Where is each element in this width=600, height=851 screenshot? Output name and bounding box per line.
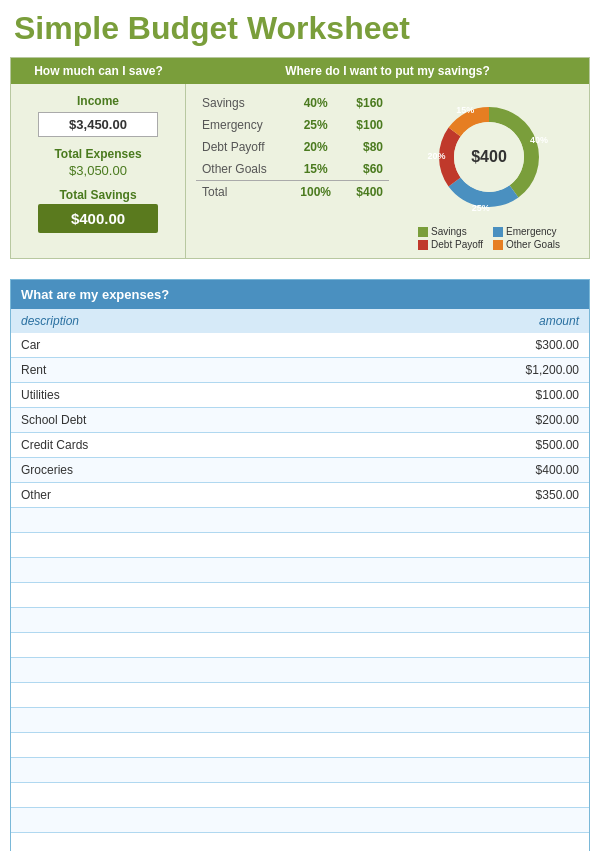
expense-amount: $500.00 <box>536 438 579 452</box>
savings-row-amount: $400 <box>342 181 389 204</box>
legend-label: Emergency <box>506 226 557 237</box>
expense-description: Utilities <box>21 388 60 402</box>
donut-label-savings: 40% <box>530 135 548 145</box>
expense-row-empty <box>11 683 589 708</box>
expense-amount: $100.00 <box>536 388 579 402</box>
expense-row: Car $300.00 <box>11 333 589 358</box>
donut-label-emergency: 25% <box>472 203 490 213</box>
expense-amount: $350.00 <box>536 488 579 502</box>
expenses-col-headers: description amount <box>11 309 589 333</box>
right-panel: Savings 40% $160 Emergency 25% $100 Debt… <box>186 84 589 258</box>
expense-row-empty <box>11 533 589 558</box>
col-description: description <box>21 314 79 328</box>
expense-description: Credit Cards <box>21 438 88 452</box>
legend-item-emergency: Emergency <box>493 226 560 237</box>
savings-allocation-table: Savings 40% $160 Emergency 25% $100 Debt… <box>196 92 389 203</box>
top-header-row: How much can I save? Where do I want to … <box>11 58 589 84</box>
savings-row: Savings 40% $160 <box>196 92 389 114</box>
donut-label-other-goals: 15% <box>456 105 474 115</box>
savings-row-name: Other Goals <box>196 158 290 181</box>
expense-amount: $200.00 <box>536 413 579 427</box>
savings-row-name: Emergency <box>196 114 290 136</box>
total-expenses-value: $3,050.00 <box>69 163 127 178</box>
page-title: Simple Budget Worksheet <box>10 10 590 47</box>
expense-description: School Debt <box>21 413 86 427</box>
savings-row-pct: 40% <box>290 92 342 114</box>
income-label: Income <box>77 94 119 108</box>
legend-color <box>493 227 503 237</box>
income-input[interactable] <box>38 112 158 137</box>
savings-row-name: Savings <box>196 92 290 114</box>
savings-row-pct: 25% <box>290 114 342 136</box>
expense-row-empty <box>11 658 589 683</box>
expense-row-empty <box>11 633 589 658</box>
expense-row: Groceries $400.00 <box>11 458 589 483</box>
legend-label: Debt Payoff <box>431 239 483 250</box>
expense-row-empty <box>11 733 589 758</box>
legend-color <box>493 240 503 250</box>
top-section: How much can I save? Where do I want to … <box>10 57 590 259</box>
expense-rows-container: Car $300.00 Rent $1,200.00 Utilities $10… <box>11 333 589 851</box>
donut-center-label: $400 <box>471 148 507 166</box>
header-left: How much can I save? <box>11 58 186 84</box>
expenses-section: What are my expenses? description amount… <box>10 279 590 851</box>
legend-item-savings: Savings <box>418 226 485 237</box>
legend-color <box>418 227 428 237</box>
expense-row: Utilities $100.00 <box>11 383 589 408</box>
expense-amount: $400.00 <box>536 463 579 477</box>
savings-row-pct: 15% <box>290 158 342 181</box>
expense-row-empty <box>11 708 589 733</box>
donut-chart: 40%25%20%15% $400 <box>424 92 554 222</box>
expense-amount: $300.00 <box>536 338 579 352</box>
expense-row-empty <box>11 508 589 533</box>
expense-row-empty <box>11 758 589 783</box>
chart-legend: Savings Emergency Debt Payoff Other Goal… <box>418 226 560 250</box>
donut-label-debt-payoff: 20% <box>427 151 445 161</box>
total-expenses-label: Total Expenses <box>54 147 141 161</box>
expense-row-empty <box>11 783 589 808</box>
savings-row-amount: $60 <box>342 158 389 181</box>
header-right: Where do I want to put my savings? <box>186 58 589 84</box>
savings-row: Other Goals 15% $60 <box>196 158 389 181</box>
left-panel: Income Total Expenses $3,050.00 Total Sa… <box>11 84 186 258</box>
expense-row: Rent $1,200.00 <box>11 358 589 383</box>
savings-row-name: Total <box>196 181 290 204</box>
expense-row: Other $350.00 <box>11 483 589 508</box>
savings-row: Emergency 25% $100 <box>196 114 389 136</box>
legend-label: Other Goals <box>506 239 560 250</box>
savings-row-pct: 20% <box>290 136 342 158</box>
legend-item-other-goals: Other Goals <box>493 239 560 250</box>
expense-row-empty <box>11 808 589 833</box>
savings-row-amount: $100 <box>342 114 389 136</box>
expense-description: Other <box>21 488 51 502</box>
savings-table: Savings 40% $160 Emergency 25% $100 Debt… <box>196 92 399 250</box>
col-amount: amount <box>539 314 579 328</box>
expense-row-empty <box>11 558 589 583</box>
chart-area: 40%25%20%15% $400 Savings Emergency Debt… <box>399 92 579 250</box>
savings-row-amount: $160 <box>342 92 389 114</box>
total-savings-label: Total Savings <box>59 188 136 202</box>
total-savings-value: $400.00 <box>38 204 158 233</box>
expense-description: Car <box>21 338 40 352</box>
legend-item-debt-payoff: Debt Payoff <box>418 239 485 250</box>
top-content: Income Total Expenses $3,050.00 Total Sa… <box>11 84 589 258</box>
legend-color <box>418 240 428 250</box>
legend-label: Savings <box>431 226 467 237</box>
savings-row: Debt Payoff 20% $80 <box>196 136 389 158</box>
expense-description: Rent <box>21 363 46 377</box>
savings-row-pct: 100% <box>290 181 342 204</box>
expense-row-empty <box>11 608 589 633</box>
expense-row-empty <box>11 583 589 608</box>
expense-row: School Debt $200.00 <box>11 408 589 433</box>
expense-amount: $1,200.00 <box>526 363 579 377</box>
expense-row: Credit Cards $500.00 <box>11 433 589 458</box>
expenses-header: What are my expenses? <box>11 280 589 309</box>
expense-description: Groceries <box>21 463 73 477</box>
savings-row-amount: $80 <box>342 136 389 158</box>
savings-row: Total 100% $400 <box>196 181 389 204</box>
savings-row-name: Debt Payoff <box>196 136 290 158</box>
expense-row-empty <box>11 833 589 851</box>
